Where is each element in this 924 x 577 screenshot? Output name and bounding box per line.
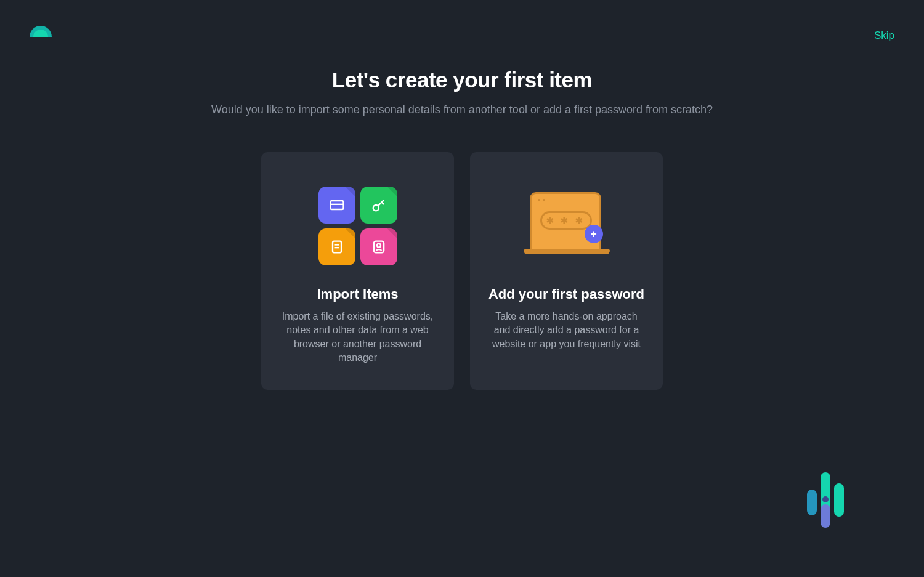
import-illustration <box>315 183 401 269</box>
option-cards: Import Items Import a file of existing p… <box>261 152 663 390</box>
person-icon <box>360 228 397 265</box>
credit-card-icon <box>318 187 355 224</box>
import-items-card[interactable]: Import Items Import a file of existing p… <box>261 152 454 390</box>
svg-rect-13 <box>821 504 830 528</box>
import-card-description: Import a file of existing passwords, not… <box>278 310 437 365</box>
svg-rect-10 <box>807 490 817 515</box>
svg-point-2 <box>373 205 378 211</box>
page-title: Let's create your first item <box>332 68 592 92</box>
add-card-title: Add your first password <box>488 286 644 302</box>
page-subtitle: Would you like to import some personal d… <box>211 103 713 116</box>
key-icon <box>360 187 397 224</box>
import-card-title: Import Items <box>317 286 398 302</box>
app-logo-icon <box>30 23 52 37</box>
assistant-widget-icon[interactable] <box>807 472 850 528</box>
svg-point-9 <box>377 244 381 248</box>
onboarding-content: Let's create your first item Would you l… <box>0 68 924 390</box>
add-password-illustration: ✱ ✱ ✱ + <box>524 183 610 269</box>
note-icon <box>318 228 355 265</box>
add-card-description: Take a more hands-on approach and direct… <box>487 310 646 351</box>
svg-line-4 <box>381 202 384 204</box>
add-password-card[interactable]: ✱ ✱ ✱ + Add your first password Take a m… <box>470 152 663 390</box>
svg-rect-12 <box>834 483 844 517</box>
svg-point-14 <box>822 496 829 502</box>
plus-icon: + <box>585 225 603 243</box>
skip-link[interactable]: Skip <box>874 30 894 42</box>
